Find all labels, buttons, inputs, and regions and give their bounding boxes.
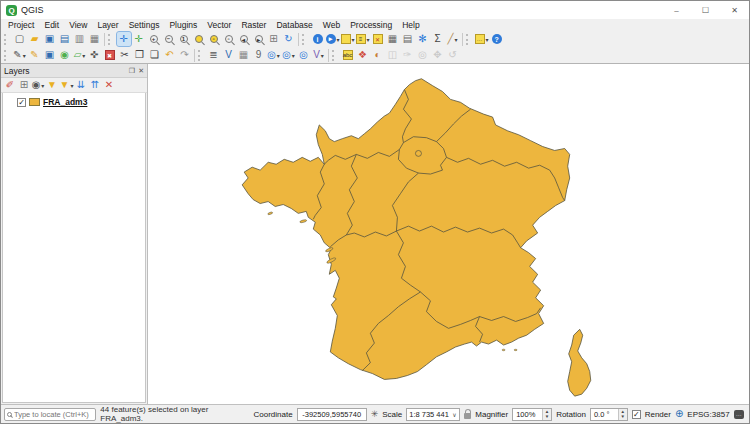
save-project-button[interactable]: ▣: [43, 32, 57, 46]
menu-plugins[interactable]: Plugins: [164, 19, 202, 31]
toolbar-grip[interactable]: [332, 50, 337, 61]
move-label-button[interactable]: ✥: [431, 48, 445, 62]
toggle-editing-button[interactable]: ✎: [28, 48, 42, 62]
select-features-by-value-button[interactable]: ≡▾: [356, 32, 370, 46]
new-print-layout-button[interactable]: ▥: [73, 32, 87, 46]
collapse-all-button[interactable]: ⇈: [88, 79, 101, 92]
add-point-feature-button[interactable]: ◉: [58, 48, 72, 62]
menu-processing[interactable]: Processing: [345, 19, 397, 31]
extents-toggle-icon[interactable]: ✳: [371, 407, 379, 421]
zoom-next-button[interactable]: ▸: [252, 32, 266, 46]
close-button[interactable]: ✕: [720, 1, 749, 19]
pin-unpin-labels-button[interactable]: ✑: [401, 48, 415, 62]
layer-labeling-options-button[interactable]: ❖: [356, 48, 370, 62]
coordinate-input[interactable]: [297, 408, 367, 421]
zoom-native-button[interactable]: 1: [177, 32, 191, 46]
toolbar-grip[interactable]: [4, 34, 9, 45]
remove-layer-button[interactable]: ✕: [102, 79, 115, 92]
toolbar-grip[interactable]: [466, 34, 471, 45]
open-field-calculator-button[interactable]: ▤: [401, 32, 415, 46]
locate-search-box[interactable]: [4, 408, 96, 421]
save-project-as-button[interactable]: ▤: [58, 32, 72, 46]
messages-icon[interactable]: …: [734, 410, 744, 419]
measure-line-button[interactable]: ╱▾: [446, 32, 460, 46]
add-wms-layer-button[interactable]: ◎▾: [267, 48, 281, 62]
toolbar-grip[interactable]: [198, 50, 203, 61]
menu-help[interactable]: Help: [397, 19, 424, 31]
add-polygon-feature-button[interactable]: ▱▾: [73, 48, 87, 62]
rotation-spinner[interactable]: 0.0 ° ▲▼: [590, 408, 628, 421]
show-hide-labels-button[interactable]: ◎: [416, 48, 430, 62]
refresh-button[interactable]: ↻: [282, 32, 296, 46]
rotate-label-button[interactable]: ↺: [446, 48, 460, 62]
maximize-button[interactable]: ☐: [691, 1, 720, 19]
pan-map-button[interactable]: ✛: [117, 32, 131, 46]
spinner-arrows-icon[interactable]: ▲▼: [542, 409, 551, 420]
cut-features-button[interactable]: ✂: [118, 48, 132, 62]
menu-settings[interactable]: Settings: [124, 19, 165, 31]
redo-button[interactable]: ↷: [178, 48, 192, 62]
layer-visibility-checkbox[interactable]: ✓: [17, 98, 26, 107]
filter-legend-button[interactable]: ▼: [46, 79, 59, 92]
open-layer-styling-button[interactable]: ✐: [4, 79, 17, 92]
identify-features-button[interactable]: i: [311, 32, 325, 46]
zoom-out-button[interactable]: −: [162, 32, 176, 46]
expand-all-button[interactable]: ⇊: [74, 79, 87, 92]
menu-project[interactable]: Project: [3, 19, 39, 31]
open-data-source-manager-button[interactable]: ≣: [207, 48, 221, 62]
add-vector-layer-button[interactable]: V: [222, 48, 236, 62]
save-layer-edits-button[interactable]: ▣: [43, 48, 57, 62]
float-panel-icon[interactable]: ❐: [129, 67, 135, 75]
delete-selected-button[interactable]: ✖: [103, 48, 117, 62]
layer-diagram-options-button[interactable]: ◐: [371, 48, 385, 62]
close-panel-icon[interactable]: ✕: [138, 67, 144, 75]
toolbar-grip[interactable]: [108, 34, 113, 45]
add-group-button[interactable]: ⊞: [18, 79, 31, 92]
add-virtual-layer-button[interactable]: V▾: [312, 48, 326, 62]
zoom-in-button[interactable]: +: [147, 32, 161, 46]
select-features-button[interactable]: ▾: [341, 32, 355, 46]
vertex-tool-button[interactable]: ✜: [88, 48, 102, 62]
processing-toolbox-button[interactable]: ✻: [416, 32, 430, 46]
menu-database[interactable]: Database: [271, 19, 317, 31]
statistical-summary-button[interactable]: Σ: [431, 32, 445, 46]
new-project-button[interactable]: ▢: [13, 32, 27, 46]
render-checkbox[interactable]: ✓: [632, 410, 641, 419]
open-attribute-table-button[interactable]: ▦: [386, 32, 400, 46]
copy-features-button[interactable]: ❐: [133, 48, 147, 62]
locate-input[interactable]: [14, 410, 93, 419]
show-layout-manager-button[interactable]: ▦: [88, 32, 102, 46]
add-delimited-text-layer-button[interactable]: 9: [252, 48, 266, 62]
scale-lock-icon[interactable]: [464, 413, 472, 419]
zoom-last-button[interactable]: ◂: [237, 32, 251, 46]
crs-globe-icon[interactable]: ⊕: [675, 409, 683, 419]
open-project-button[interactable]: ▰: [28, 32, 42, 46]
menu-edit[interactable]: Edit: [39, 19, 64, 31]
menu-layer[interactable]: Layer: [92, 19, 123, 31]
layer-item[interactable]: ✓FRA_adm3: [3, 96, 145, 108]
map-canvas[interactable]: [147, 64, 749, 404]
toolbar-grip[interactable]: [302, 34, 307, 45]
run-feature-action-button[interactable]: ▸▾: [326, 32, 340, 46]
manage-map-themes-button[interactable]: ◉▾: [32, 79, 45, 92]
menu-web[interactable]: Web: [318, 19, 345, 31]
scale-combobox[interactable]: 1:8 735 441 ∨: [406, 408, 459, 421]
zoom-to-selection-button[interactable]: ▫: [207, 32, 221, 46]
pan-to-selection-button[interactable]: ✛: [132, 32, 146, 46]
add-wcs-layer-button[interactable]: ◎▾: [282, 48, 296, 62]
map-tips-button[interactable]: …▾: [475, 32, 489, 46]
add-raster-layer-button[interactable]: ▦: [237, 48, 251, 62]
toolbar-grip[interactable]: [4, 50, 9, 61]
highlight-pinned-labels-button[interactable]: ◫: [386, 48, 400, 62]
spinner-arrows-icon[interactable]: ▲▼: [618, 409, 627, 420]
filter-legend-by-expression-button[interactable]: ▼▾: [60, 79, 74, 92]
layer-name[interactable]: FRA_adm3: [43, 97, 87, 107]
magnifier-spinner[interactable]: 100% ▲▼: [512, 408, 552, 421]
layer-labeling-button[interactable]: abc: [341, 48, 355, 62]
add-wfs-layer-button[interactable]: ◎: [297, 48, 311, 62]
menu-view[interactable]: View: [64, 19, 92, 31]
deselect-all-button[interactable]: ✕: [371, 32, 385, 46]
current-edits-button[interactable]: ✎▾: [13, 48, 27, 62]
menu-raster[interactable]: Raster: [236, 19, 271, 31]
zoom-to-layer-button[interactable]: ▫: [222, 32, 236, 46]
